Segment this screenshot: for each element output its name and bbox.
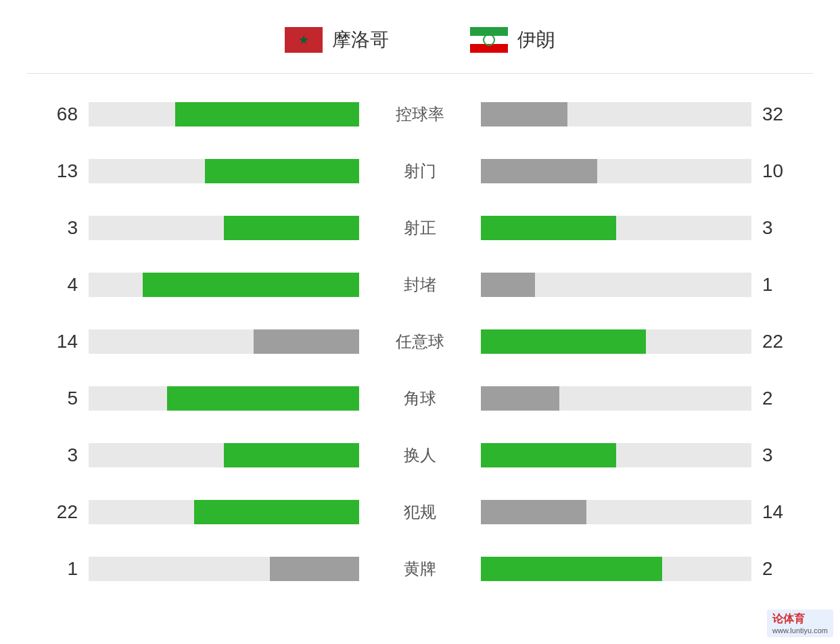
stat-left-bar-container [89, 216, 359, 240]
stat-left-bar [143, 273, 359, 297]
stat-left-bar [224, 216, 359, 240]
stat-right-bar-container [481, 557, 751, 581]
stats-area: 68 控球率 32 13 射门 10 3 [0, 80, 840, 605]
stat-right-bar-container [481, 102, 751, 127]
stat-right-side: 14 [481, 500, 813, 524]
stat-left-bar-container [89, 273, 359, 297]
stat-right-bar [481, 216, 616, 240]
stat-row: 14 任意球 22 [27, 315, 813, 369]
stat-right-value: 3 [762, 217, 803, 239]
stat-left-bar-container [89, 443, 359, 467]
stat-row: 5 角球 2 [27, 371, 813, 426]
stat-right-bar-container [481, 500, 751, 524]
stat-label: 角球 [359, 388, 481, 409]
stat-left-side: 14 [27, 329, 359, 354]
stat-right-side: 1 [481, 273, 813, 297]
stat-left-value: 13 [37, 160, 78, 182]
teams-header: 摩洛哥 伊朗 [0, 14, 840, 73]
stat-right-side: 3 [481, 443, 813, 467]
stat-left-bar-container [89, 329, 359, 354]
stat-left-value: 22 [37, 501, 78, 523]
stat-left-bar-container [89, 386, 359, 411]
team-left: 摩洛哥 [285, 27, 389, 53]
stat-row: 68 控球率 32 [27, 87, 813, 141]
stat-left-bar [194, 500, 359, 524]
flag-morocco-icon [285, 27, 323, 53]
stat-left-side: 1 [27, 557, 359, 581]
stat-row: 22 犯规 14 [27, 485, 813, 539]
stat-left-side: 5 [27, 386, 359, 411]
stat-right-bar [481, 500, 586, 524]
stat-right-bar [481, 329, 646, 354]
stat-label: 封堵 [359, 274, 481, 296]
stat-right-value: 32 [762, 104, 803, 125]
stat-left-value: 5 [37, 388, 78, 409]
stat-left-bar-container [89, 557, 359, 581]
stat-right-bar-container [481, 159, 751, 183]
stat-right-bar [481, 557, 662, 581]
stat-right-bar-container [481, 216, 751, 240]
stat-left-bar [270, 557, 359, 581]
stat-left-bar-container [89, 159, 359, 183]
stat-left-bar-container [89, 102, 359, 127]
team-right: 伊朗 [470, 27, 555, 53]
stat-right-value: 22 [762, 331, 803, 352]
stat-right-side: 10 [481, 159, 813, 183]
main-container: 摩洛哥 伊朗 68 控球率 32 1 [0, 0, 840, 644]
stat-row: 1 黄牌 2 [27, 542, 813, 596]
stat-right-value: 2 [762, 558, 803, 580]
stat-left-side: 4 [27, 273, 359, 297]
stat-left-side: 3 [27, 216, 359, 240]
stat-right-bar [481, 159, 597, 183]
stat-right-value: 1 [762, 274, 803, 296]
stat-right-side: 2 [481, 386, 813, 411]
stat-right-bar [481, 102, 567, 127]
stat-left-side: 3 [27, 443, 359, 467]
stat-left-side: 22 [27, 500, 359, 524]
stat-row: 3 换人 3 [27, 428, 813, 482]
stat-left-bar [224, 443, 359, 467]
stat-left-side: 68 [27, 102, 359, 127]
stat-left-bar [205, 159, 359, 183]
stat-left-bar [175, 102, 359, 127]
team-right-name: 伊朗 [517, 27, 555, 53]
stat-right-bar-container [481, 273, 751, 297]
stat-right-value: 14 [762, 501, 803, 523]
stat-label: 控球率 [359, 104, 481, 125]
stat-left-value: 68 [37, 104, 78, 125]
flag-iran-icon [470, 27, 508, 53]
stat-right-value: 10 [762, 160, 803, 182]
watermark-main: 论体育 [772, 613, 805, 624]
watermark: 论体育 www.luntiyu.com [767, 610, 833, 637]
stat-right-side: 3 [481, 216, 813, 240]
stat-right-bar [481, 273, 535, 297]
stat-right-bar-container [481, 329, 751, 354]
stat-left-bar [254, 329, 359, 354]
stat-row: 13 射门 10 [27, 144, 813, 198]
stat-label: 射门 [359, 160, 481, 182]
stat-right-bar [481, 386, 559, 411]
stat-right-bar-container [481, 386, 751, 411]
stat-right-side: 2 [481, 557, 813, 581]
stat-right-value: 3 [762, 444, 803, 466]
stat-label: 任意球 [359, 331, 481, 352]
divider [27, 73, 813, 74]
stat-row: 3 射正 3 [27, 201, 813, 255]
stat-row: 4 封堵 1 [27, 258, 813, 312]
stat-left-bar [167, 386, 359, 411]
stat-label: 犯规 [359, 501, 481, 523]
stat-left-value: 1 [37, 558, 78, 580]
stat-right-bar [481, 443, 616, 467]
stat-right-side: 22 [481, 329, 813, 354]
stat-left-value: 14 [37, 331, 78, 352]
stat-left-side: 13 [27, 159, 359, 183]
stat-left-value: 3 [37, 444, 78, 466]
stat-right-side: 32 [481, 102, 813, 127]
team-left-name: 摩洛哥 [332, 27, 389, 53]
stat-label: 黄牌 [359, 558, 481, 580]
stat-label: 换人 [359, 444, 481, 466]
stat-left-bar-container [89, 500, 359, 524]
stat-right-value: 2 [762, 388, 803, 409]
stat-left-value: 3 [37, 217, 78, 239]
stat-left-value: 4 [37, 274, 78, 296]
